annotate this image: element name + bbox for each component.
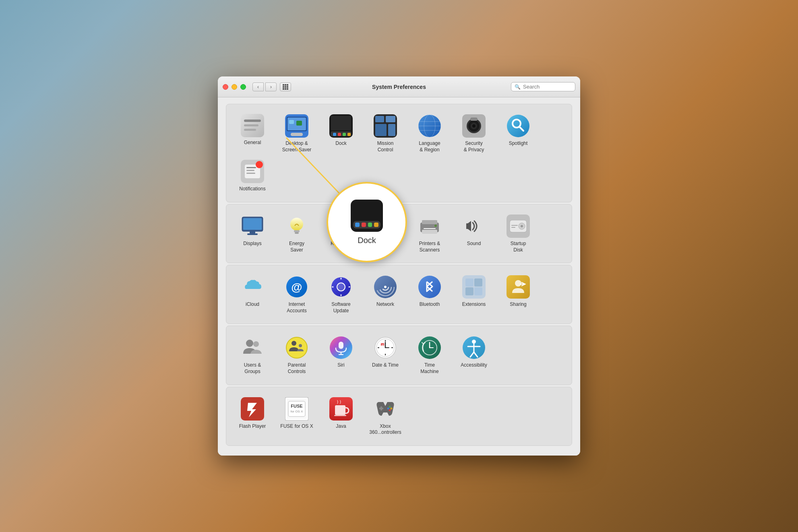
pref-sound[interactable]: Sound: [452, 211, 496, 256]
pref-timemachine[interactable]: TimeMachine: [407, 332, 452, 378]
svg-rect-16: [347, 133, 351, 136]
system-grid: Users &Groups: [230, 332, 568, 378]
pref-accessibility[interactable]: Accessibility: [452, 332, 496, 378]
svg-rect-18: [375, 116, 384, 122]
desktop-icon: [285, 114, 309, 138]
hardware-grid: Displays EnergySav: [230, 211, 568, 256]
pref-parental[interactable]: ParentalControls: [275, 332, 319, 378]
siri-label: Siri: [337, 362, 344, 369]
svg-rect-60: [339, 225, 341, 226]
pref-notifications[interactable]: Notifications: [230, 156, 275, 196]
network-label: Network: [376, 301, 394, 308]
svg-rect-48: [294, 230, 300, 232]
svg-rect-40: [246, 170, 254, 171]
pref-users[interactable]: Users &Groups: [230, 332, 275, 378]
internet-grid: iCloud @ InternetAccounts: [230, 272, 568, 317]
spotlight-icon: [506, 114, 530, 138]
svg-rect-63: [347, 225, 349, 226]
pref-bluetooth[interactable]: Bluetooth: [407, 272, 452, 317]
pref-internet[interactable]: @ InternetAccounts: [275, 272, 319, 317]
pref-energy[interactable]: EnergySaver: [275, 211, 319, 256]
pref-fuse[interactable]: FUSE for OS X FUSE for OS X: [275, 394, 319, 439]
accessibility-label: Accessibility: [461, 362, 487, 369]
pref-displays[interactable]: Displays: [230, 211, 275, 256]
svg-rect-13: [333, 133, 336, 136]
svg-point-72: [434, 225, 437, 227]
svg-rect-2: [244, 124, 258, 126]
pref-spotlight[interactable]: Spotlight: [496, 111, 540, 156]
grid-view-button[interactable]: [280, 82, 291, 91]
pref-dock[interactable]: Dock: [319, 111, 363, 156]
back-button[interactable]: ‹: [252, 82, 264, 91]
icloud-icon: [240, 275, 265, 299]
svg-point-34: [507, 115, 529, 137]
dock-icon: [329, 114, 353, 138]
svg-point-138: [389, 409, 391, 411]
svg-rect-91: [465, 278, 473, 287]
svg-rect-79: [511, 227, 515, 228]
minimize-button[interactable]: [232, 84, 237, 90]
startup-label: StartupDisk: [511, 241, 526, 253]
sharing-icon: [506, 275, 530, 299]
pref-extensions[interactable]: Extensions: [452, 272, 496, 317]
pref-xbox[interactable]: Xbox 360...ontrollers: [363, 394, 407, 439]
icloud-label: iCloud: [246, 301, 259, 308]
language-icon: [418, 114, 442, 138]
svg-rect-56: [344, 222, 346, 223]
pref-flash[interactable]: Flash Player: [230, 394, 275, 439]
dock-label: Dock: [335, 140, 346, 147]
svg-rect-73: [466, 223, 470, 229]
svg-point-101: [299, 344, 302, 347]
pref-sharing[interactable]: Sharing: [496, 272, 540, 317]
svg-rect-19: [386, 116, 395, 122]
close-button[interactable]: [223, 84, 228, 90]
pref-desktop[interactable]: Desktop &Screen Saver: [275, 111, 319, 156]
svg-point-137: [389, 406, 391, 408]
svg-rect-14: [338, 133, 341, 136]
maximize-button[interactable]: [240, 84, 246, 90]
internet-icon: @: [285, 275, 309, 299]
general-label: General: [244, 140, 261, 146]
search-icon: 🔍: [515, 84, 521, 90]
pref-siri[interactable]: Siri: [319, 332, 363, 378]
pref-mission[interactable]: MissionControl: [363, 111, 407, 156]
svg-rect-33: [470, 118, 478, 121]
pref-startup[interactable]: StartupDisk: [496, 211, 540, 256]
java-label: Java: [336, 423, 346, 430]
pref-icloud[interactable]: iCloud: [230, 272, 275, 317]
section-system: Users &Groups: [226, 326, 572, 385]
svg-rect-7: [289, 120, 294, 124]
pref-keyboard[interactable]: Keyboard: [319, 211, 363, 256]
pref-security[interactable]: Security& Privacy: [452, 111, 496, 156]
flash-label: Flash Player: [239, 423, 266, 430]
energy-label: EnergySaver: [289, 241, 304, 253]
forward-button[interactable]: ›: [265, 82, 277, 91]
pref-java[interactable]: Java: [319, 394, 363, 439]
fuse-label: FUSE for OS X: [280, 423, 313, 430]
pref-language[interactable]: Language& Region: [407, 111, 452, 156]
preferences-content: General: [218, 97, 580, 456]
pref-mouse[interactable]: Mouse: [363, 211, 407, 256]
system-preferences-window: ‹ › System Preferences 🔍: [218, 76, 580, 456]
svg-point-140: [391, 407, 393, 409]
pref-network[interactable]: Network: [363, 272, 407, 317]
search-box[interactable]: 🔍: [511, 82, 575, 91]
pref-general[interactable]: General: [230, 111, 275, 156]
svg-point-77: [521, 225, 523, 227]
svg-rect-46: [247, 233, 258, 235]
sound-icon: [462, 214, 486, 238]
other-grid: Flash Player FUSE for OS X FUSE for: [230, 394, 568, 439]
desktop-label: Desktop &Screen Saver: [282, 140, 312, 153]
security-icon: [462, 114, 486, 138]
pref-software[interactable]: SoftwareUpdate: [319, 272, 363, 317]
search-input[interactable]: [523, 84, 572, 90]
svg-rect-20: [375, 124, 387, 136]
svg-point-89: [418, 276, 441, 298]
svg-point-100: [291, 341, 296, 346]
pref-printers[interactable]: Printers &Scanners: [407, 211, 452, 256]
svg-rect-59: [336, 225, 338, 226]
fuse-icon: FUSE for OS X: [285, 397, 309, 421]
pref-datetime[interactable]: 18 Date & Time: [363, 332, 407, 378]
svg-point-32: [472, 124, 475, 128]
xbox-label: Xbox 360...ontrollers: [365, 423, 406, 436]
